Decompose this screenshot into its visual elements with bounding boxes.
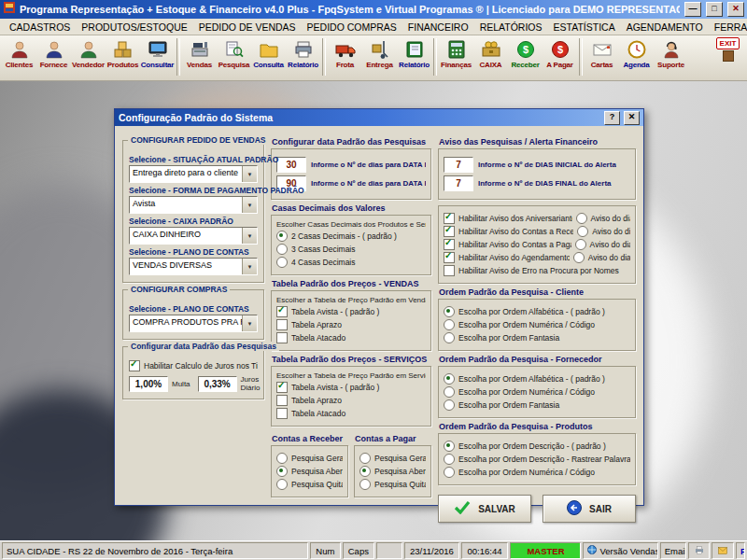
- toolbar-button-caixa[interactable]: CAIXA: [473, 36, 508, 78]
- dollar-red-icon: $: [550, 37, 571, 61]
- menu-item-pedido-compras[interactable]: PEDIDO COMPRAS: [302, 21, 402, 34]
- toolbar-button-relatorio-impressao[interactable]: Relatório: [286, 36, 320, 78]
- checkbox-icon: [276, 319, 288, 330]
- menu-item-financeiro[interactable]: FINANCEIRO: [402, 21, 474, 34]
- dialog-help-button[interactable]: ?: [604, 111, 620, 125]
- checkbox-vendas-avista[interactable]: Tabela Avista - ( padrão ): [276, 306, 426, 317]
- radio-ordem-produtos-numerica[interactable]: Escolha por Ordem Numérica / Código: [444, 467, 630, 478]
- menubar: CADASTROS PRODUTOS/ESTOQUE PEDIDO DE VEN…: [0, 19, 747, 35]
- checkbox-vendas-aprazo[interactable]: Tabela Aprazo: [276, 319, 426, 330]
- salvar-button[interactable]: SALVAR: [438, 495, 531, 523]
- menu-item-agendamento[interactable]: AGENDAMENTO: [621, 21, 709, 34]
- radio-receber-geral[interactable]: Pesquisa Geral: [276, 453, 343, 464]
- toolbar-button-pesquisa[interactable]: Pesquisa: [217, 36, 251, 78]
- checkbox-aviso-agendamento[interactable]: Habilitar Aviso do Agendamento: [444, 252, 570, 263]
- combo-caixa-padrao[interactable]: CAIXA DINHEIRO: [129, 227, 258, 245]
- config-dialog: Configuração Padrão do Sistema ? ✕ CONFI…: [114, 108, 644, 506]
- menu-item-relatorios[interactable]: RELATÓRIOS: [474, 21, 548, 34]
- checkbox-servicos-atacado[interactable]: Tabela Atacado: [276, 408, 426, 419]
- radio-icon: [444, 306, 455, 317]
- checkbox-aviso-contas-pagar[interactable]: Habilitar Aviso do Contas a Pagar: [444, 239, 571, 250]
- radio-aviso-dia-contas-receber[interactable]: Aviso do dia: [577, 226, 630, 237]
- maximize-button[interactable]: □: [706, 2, 723, 17]
- toolbar-button-fornece[interactable]: Fornece: [36, 36, 71, 78]
- radio-ordem-cliente-fantasia[interactable]: Escolha por Ordem Fantasia: [444, 332, 630, 343]
- combo-situacao-atual[interactable]: Entrega direto para o cliente: [129, 165, 258, 183]
- radio-casas-2[interactable]: 2 Casas Decimais - ( padrão ): [276, 231, 426, 242]
- juros-diario-label: Juros Diário: [241, 375, 261, 392]
- dialog-body: CONFIGURAR PEDIDO DE VENDAS Selecione - …: [115, 126, 643, 505]
- radio-aviso-dia-contas-pagar[interactable]: Aviso do dia: [575, 239, 630, 250]
- dialog-titlebar[interactable]: Configuração Padrão do Sistema ? ✕: [115, 109, 643, 126]
- menu-item-pedido-vendas[interactable]: PEDIDO DE VENDAS: [193, 21, 302, 34]
- radio-receber-quitados[interactable]: Pesquisa Quitados: [276, 479, 343, 490]
- minimize-button[interactable]: —: [684, 2, 701, 17]
- toolbar-button-consultar[interactable]: Consultar: [140, 36, 175, 78]
- toolbar-button-vendedor[interactable]: Vendedor: [71, 36, 106, 78]
- radio-ordem-cliente-numerica[interactable]: Escolha por Ordem Numérica / Código: [444, 319, 630, 330]
- radio-pagar-quitados[interactable]: Pesquisa Quitados: [359, 479, 426, 490]
- toolbar-button-produtos[interactable]: Produtos: [106, 36, 140, 78]
- radio-ordem-cliente-alfabetica[interactable]: Escolha por Ordem Alfabética - ( padrão …: [444, 306, 630, 317]
- radio-aviso-dia-aniversariantes[interactable]: Aviso do dia: [576, 213, 630, 224]
- group-title: Configurar data Padrão das Pesquisas: [128, 342, 279, 351]
- toolbar-button-suporte[interactable]: Suporte: [654, 36, 688, 78]
- chevron-down-icon[interactable]: [242, 228, 257, 244]
- field-dias-inicial[interactable]: 30: [276, 157, 306, 173]
- toolbar-button-frota[interactable]: Frota: [328, 36, 362, 78]
- checkbox-servicos-aprazo[interactable]: Tabela Aprazo: [276, 395, 426, 406]
- radio-pagar-geral[interactable]: Pesquisa Geral: [359, 453, 426, 464]
- status-email: Email: [660, 542, 686, 559]
- toolbar-button-clientes[interactable]: Clientes: [2, 36, 36, 78]
- radio-receber-abertos[interactable]: Pesquisa Abertos: [276, 466, 343, 477]
- checkbox-aviso-aniversariantes[interactable]: Habilitar Aviso dos Aniversariantes: [444, 213, 572, 224]
- field-alerta-inicial[interactable]: 7: [444, 157, 473, 173]
- radio-icon: [444, 319, 455, 330]
- menu-item-estatistica[interactable]: ESTATÍSTICA: [548, 21, 621, 34]
- toolbar-button-relatorio-livro[interactable]: Relatório: [397, 36, 431, 78]
- toolbar-button-exit[interactable]: EXIT: [711, 36, 745, 78]
- toolbar-button-consulta[interactable]: Consulta: [251, 36, 286, 78]
- checkbox-aviso-erro-procura[interactable]: Habilitar Aviso de Erro na Procura por N…: [444, 265, 619, 276]
- toolbar-button-entrega[interactable]: Entrega: [362, 36, 397, 78]
- radio-ordem-produtos-descricao[interactable]: Escolha por Ordem Descrição - ( padrão ): [444, 441, 630, 452]
- radio-icon: [276, 231, 288, 242]
- menu-item-cadastros[interactable]: CADASTROS: [4, 21, 76, 34]
- toolbar-button-agenda[interactable]: Agenda: [619, 36, 654, 78]
- radio-ordem-produtos-rastrear[interactable]: Escolha por Ordem Descrição - Rastrear P…: [444, 454, 630, 465]
- toolbar-button-a-pagar[interactable]: $ A Pagar: [543, 36, 577, 78]
- cashbox-icon: [481, 37, 501, 61]
- radio-aviso-dia-agendamento[interactable]: Aviso do dia: [573, 252, 630, 263]
- field-alerta-final[interactable]: 7: [444, 175, 473, 191]
- checkbox-aviso-contas-receber[interactable]: Habilitar Aviso do Contas a Receber: [444, 226, 573, 237]
- chevron-down-icon[interactable]: [242, 315, 257, 331]
- menu-item-ferramentas[interactable]: FERRAMENTAS: [709, 21, 747, 34]
- combo-forma-pagamento[interactable]: Avista: [129, 196, 258, 214]
- checkbox-habilitar-juros[interactable]: Habilitar Calculo de Juros nos Titulos: [129, 360, 258, 371]
- status-blank: [376, 542, 402, 559]
- radio-casas-3[interactable]: 3 Casas Decimais: [276, 244, 426, 255]
- radio-ordem-fornecedor-numerica[interactable]: Escolha por Ordem Numérica / Código: [444, 386, 630, 398]
- close-button[interactable]: ✕: [727, 2, 744, 17]
- toolbar-button-cartas[interactable]: Cartas: [585, 36, 619, 78]
- chevron-down-icon[interactable]: [242, 259, 257, 274]
- checkbox-servicos-avista[interactable]: Tabela Avista - ( padrão ): [276, 382, 426, 393]
- titlebar[interactable]: Programa Representação + Estoque & Finan…: [0, 0, 747, 19]
- radio-ordem-fornecedor-fantasia[interactable]: Escolha por Ordem Fantasia: [444, 399, 630, 411]
- radio-pagar-abertos[interactable]: Pesquisa Abertos: [359, 466, 426, 477]
- radio-ordem-fornecedor-alfabetica[interactable]: Escolha por Ordem Alfabética - ( padrão …: [444, 373, 630, 385]
- field-multa[interactable]: 1,00%: [129, 376, 168, 392]
- toolbar-button-vendas[interactable]: Vendas: [182, 36, 217, 78]
- dialog-close-button[interactable]: ✕: [624, 111, 640, 125]
- sair-button[interactable]: SAIR: [543, 495, 636, 523]
- menu-item-produtos-estoque[interactable]: PRODUTOS/ESTOQUE: [76, 21, 192, 34]
- toolbar-button-receber[interactable]: $ Receber: [508, 36, 543, 78]
- combo-plano-contas-compras[interactable]: COMPRA PRODUTOS PRA REVENDA: [129, 315, 258, 332]
- combo-plano-contas-vendas[interactable]: VENDAS DIVERSAS: [129, 258, 258, 275]
- checkbox-vendas-atacado[interactable]: Tabela Atacado: [276, 332, 426, 343]
- toolbar-button-financas[interactable]: Finanças: [439, 36, 473, 78]
- field-juros-diario[interactable]: 0,33%: [198, 376, 237, 392]
- chevron-down-icon[interactable]: [242, 166, 257, 182]
- chevron-down-icon[interactable]: [242, 197, 257, 213]
- radio-casas-4[interactable]: 4 Casas Decimais: [276, 257, 426, 268]
